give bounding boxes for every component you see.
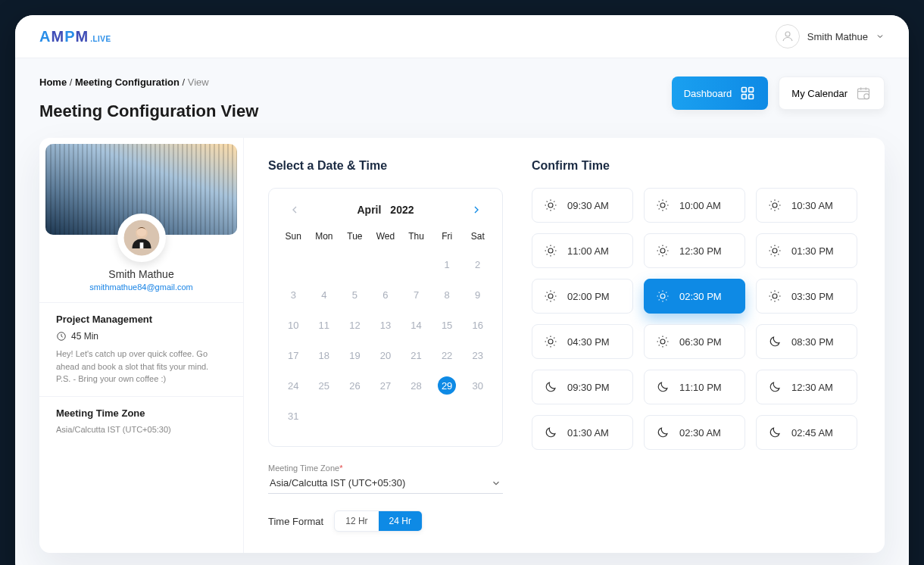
sun-icon (655, 243, 670, 258)
app-frame: AMPM.LIVE Smith Mathue Home / Meeting Co… (15, 15, 909, 565)
time-slot-label: 12:30 AM (791, 382, 833, 393)
calendar-day[interactable]: 15 (432, 310, 463, 340)
time-slot[interactable]: 11:10 PM (644, 370, 745, 404)
calendar-day[interactable]: 20 (370, 340, 401, 370)
calendar-day[interactable]: 5 (339, 279, 370, 310)
profile-email[interactable]: smithmathue84@gmail.com (39, 282, 243, 292)
svg-point-21 (548, 339, 553, 344)
calendar-day[interactable]: 30 (462, 370, 493, 401)
avatar-icon (776, 24, 800, 48)
time-slot[interactable]: 09:30 PM (532, 370, 633, 404)
time-slot[interactable]: 01:30 AM (532, 415, 633, 450)
time-slot[interactable]: 12:30 AM (756, 370, 857, 404)
format-24[interactable]: 24 Hr (379, 511, 422, 531)
time-slot[interactable]: 06:30 PM (644, 324, 745, 359)
breadcrumb-section[interactable]: Meeting Configuration (75, 76, 179, 88)
format-12[interactable]: 12 Hr (335, 511, 378, 531)
time-slot-label: 09:30 AM (567, 200, 609, 211)
time-slot[interactable]: 03:30 PM (756, 279, 857, 314)
time-slot-label: 04:30 PM (567, 336, 610, 348)
sun-icon (655, 198, 670, 213)
dashboard-button[interactable]: Dashboard (672, 76, 769, 110)
calendar-day[interactable]: 10 (278, 310, 309, 340)
calendar-day[interactable]: 25 (309, 370, 340, 401)
time-slot[interactable]: 02:45 AM (756, 415, 857, 450)
calendar-day[interactable]: 11 (309, 310, 340, 340)
calendar-day[interactable]: 6 (370, 279, 401, 310)
time-slot[interactable]: 04:30 PM (532, 324, 633, 359)
my-calendar-label: My Calendar (791, 88, 848, 99)
calendar-day[interactable]: 22 (432, 340, 463, 370)
calendar-day[interactable]: 24 (278, 370, 309, 401)
time-slot-label: 01:30 AM (567, 427, 609, 439)
my-calendar-button[interactable]: My Calendar (779, 76, 885, 110)
time-slot[interactable]: 02:30 PM (644, 279, 745, 314)
time-slot-label: 02:45 AM (791, 427, 833, 439)
sun-icon (767, 198, 782, 213)
time-slot-label: 06:30 PM (679, 336, 722, 348)
moon-icon (767, 334, 782, 349)
breadcrumb-home[interactable]: Home (39, 76, 67, 88)
content: Home / Meeting Configuration / View Meet… (15, 58, 909, 565)
calendar-day[interactable]: 18 (309, 340, 340, 370)
time-slot-label: 03:30 PM (791, 291, 834, 302)
time-slot-label: 02:30 AM (679, 427, 721, 439)
calendar-day[interactable]: 29 (432, 370, 463, 401)
calendar-day[interactable]: 23 (462, 340, 493, 370)
calendar-icon (855, 85, 872, 101)
calendar-day[interactable]: 17 (278, 340, 309, 370)
calendar-day[interactable]: 2 (462, 249, 493, 279)
calendar-day[interactable]: 9 (462, 279, 493, 310)
svg-point-12 (548, 203, 553, 208)
calendar-day[interactable]: 4 (309, 279, 340, 310)
main-card: Smith Mathue smithmathue84@gmail.com Pro… (39, 138, 885, 553)
svg-point-13 (660, 203, 665, 208)
calendar-day[interactable]: 3 (278, 279, 309, 310)
calendar-day[interactable]: 16 (462, 310, 493, 340)
time-slot[interactable]: 08:30 PM (756, 324, 857, 359)
moon-icon (655, 425, 670, 440)
calendar-day[interactable]: 27 (370, 370, 401, 401)
time-slot[interactable]: 02:00 PM (532, 279, 633, 314)
time-slot-label: 08:30 PM (791, 336, 834, 348)
calendar-month: April (357, 204, 381, 216)
prev-month-button[interactable] (286, 201, 304, 219)
svg-rect-3 (742, 95, 747, 99)
calendar-day[interactable]: 13 (370, 310, 401, 340)
time-slot[interactable]: 02:30 AM (644, 415, 745, 450)
calendar-day[interactable]: 8 (432, 279, 463, 310)
duration: 45 Min (71, 331, 98, 342)
time-slot-label: 09:30 PM (567, 382, 610, 393)
calendar-day[interactable]: 21 (401, 340, 432, 370)
moon-icon (767, 379, 782, 395)
time-slot[interactable]: 12:30 PM (644, 233, 745, 268)
time-slot[interactable]: 11:00 AM (532, 233, 633, 268)
calendar-day[interactable]: 19 (339, 340, 370, 370)
calendar-day[interactable]: 26 (339, 370, 370, 401)
svg-rect-9 (139, 242, 143, 248)
svg-point-16 (660, 248, 665, 253)
calendar-day-of-week: Thu (401, 223, 432, 249)
tz-field-label: Meeting Time Zone* (268, 464, 503, 473)
user-menu[interactable]: Smith Mathue (776, 24, 885, 48)
calendar-day[interactable]: 28 (401, 370, 432, 401)
time-slot[interactable]: 10:00 AM (644, 188, 745, 223)
calendar-day[interactable]: 7 (401, 279, 432, 310)
tz-select[interactable]: Asia/Calcutta IST (UTC+05:30) (268, 473, 503, 494)
calendar-year: 2022 (390, 204, 414, 216)
time-slot[interactable]: 01:30 PM (756, 233, 857, 268)
breadcrumb: Home / Meeting Configuration / View (39, 76, 258, 88)
time-format-toggle[interactable]: 12 Hr 24 Hr (334, 510, 423, 532)
calendar-day[interactable]: 14 (401, 310, 432, 340)
time-slot[interactable]: 10:30 AM (756, 188, 857, 223)
profile-desc2: P.S. - Bring your own coffee :) (56, 373, 226, 386)
calendar-day[interactable]: 12 (339, 310, 370, 340)
calendar-day[interactable]: 1 (432, 249, 463, 279)
svg-point-0 (785, 32, 790, 36)
svg-point-15 (548, 248, 553, 253)
calendar-day[interactable]: 31 (278, 401, 309, 431)
logo[interactable]: AMPM.LIVE (39, 28, 111, 45)
time-slot[interactable]: 09:30 AM (532, 188, 633, 223)
calendar-day-of-week: Mon (309, 223, 340, 249)
next-month-button[interactable] (467, 201, 485, 219)
